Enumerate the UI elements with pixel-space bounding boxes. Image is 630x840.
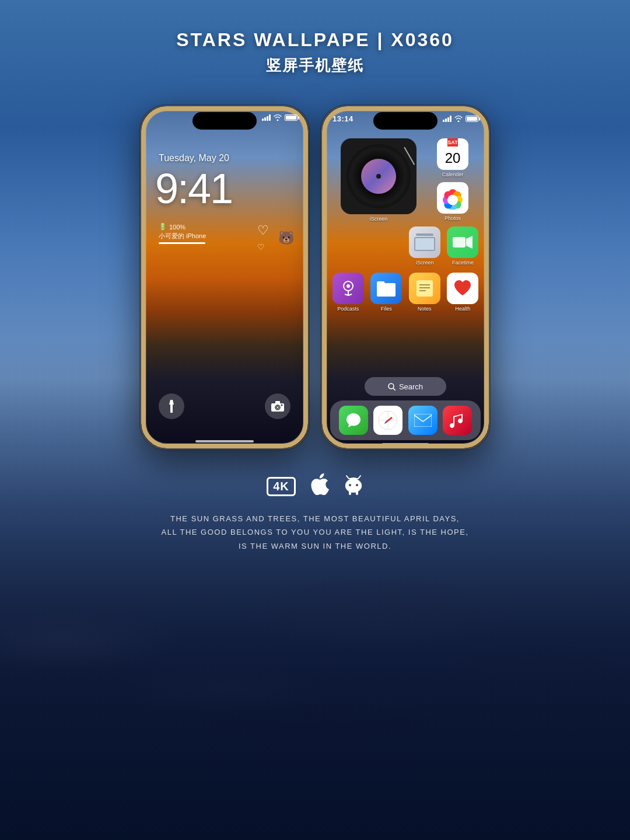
home-indicator-left <box>195 440 254 442</box>
health-label: Health <box>455 306 470 312</box>
photos-icon <box>437 182 468 214</box>
health-app[interactable]: Health <box>445 273 480 312</box>
files-app[interactable]: Files <box>369 273 404 312</box>
svg-rect-37 <box>359 483 362 488</box>
footer-line3: IS THE WARM SUN IN THE WORLD. <box>23 539 607 553</box>
svg-rect-14 <box>453 237 466 248</box>
search-label: Search <box>399 382 423 391</box>
calendar-app[interactable]: SAT 20 Calender <box>435 138 470 177</box>
status-icons-left <box>262 114 298 121</box>
svg-point-13 <box>447 195 458 205</box>
safari-dock-app[interactable] <box>373 406 402 435</box>
dock <box>330 400 481 440</box>
vinyl-center <box>361 159 396 194</box>
footer-text: THE SUN GRASS AND TREES, THE MOST BEAUTI… <box>23 512 607 553</box>
vinyl-center-dot <box>376 174 381 179</box>
right-col: SAT 20 Calender <box>435 138 470 221</box>
heart-widget: ♡♡ <box>257 223 269 253</box>
facetime-app[interactable]: Facetime <box>446 226 480 266</box>
files-icon <box>370 273 402 304</box>
music-dock-app[interactable] <box>443 406 472 435</box>
calendar-label: Calender <box>442 172 464 177</box>
signal-icon-right <box>443 116 452 122</box>
power-button <box>309 176 309 208</box>
music-widget-app[interactable]: iScreen <box>341 138 416 222</box>
icons-row-2: iScreen Facetime <box>329 226 482 266</box>
footer-line2: ALL THE GOOD BELONGS TO YOU YOU ARE THE … <box>23 525 607 539</box>
android-icon <box>344 474 363 500</box>
svg-rect-36 <box>345 483 348 488</box>
wifi-icon-right <box>454 116 463 122</box>
iscreen-app[interactable]: iScreen <box>408 226 442 266</box>
volume-down-button <box>140 188 141 205</box>
music-widget-label: iScreen <box>370 216 388 222</box>
home-indicator-right <box>382 443 429 445</box>
flashlight-button[interactable] <box>159 393 184 419</box>
apple-logo-icon <box>310 473 329 500</box>
lock-time: 9:41 <box>155 165 232 212</box>
svg-point-4 <box>281 405 283 406</box>
svg-rect-39 <box>356 490 358 495</box>
lock-battery-info: 🔋 100% 小可爱的 iPhone <box>159 223 206 244</box>
svg-rect-21 <box>416 280 433 297</box>
volume-down-button-right <box>321 188 321 205</box>
bottom-section: 4K THE SUN GRASS AND TREES, THE M <box>0 461 630 570</box>
iscreen-label: iScreen <box>416 260 434 266</box>
photos-app[interactable]: Photos <box>435 182 470 221</box>
battery-percent-label: 100% <box>169 224 186 231</box>
bear-widget: 🐻 <box>278 231 294 246</box>
badges-row: 4K <box>23 473 607 500</box>
icons-row-3: Podcasts Files <box>329 273 482 312</box>
lock-date: Tuesday, May 20 <box>159 153 229 163</box>
icons-row-1: iScreen SAT 20 Calender <box>329 138 482 222</box>
cal-date: 20 <box>445 147 461 170</box>
title-sub: 竖屏手机壁纸 <box>0 55 630 76</box>
lock-bottom-controls <box>141 393 308 419</box>
facetime-label: Facetime <box>452 260 474 266</box>
battery-icon-right <box>466 116 478 122</box>
home-time: 13:14 <box>332 114 354 123</box>
svg-rect-34 <box>414 414 432 427</box>
camera-button[interactable] <box>265 393 290 419</box>
svg-point-41 <box>356 484 358 486</box>
battery-icon-left <box>285 114 298 121</box>
cal-header: SAT <box>447 138 457 147</box>
signal-icon <box>262 114 271 121</box>
vinyl <box>346 144 411 208</box>
battery-icon-small: 🔋 <box>159 223 167 231</box>
calendar-icon: SAT 20 <box>437 138 468 170</box>
search-bar[interactable]: Search <box>365 377 446 396</box>
mail-dock-app[interactable] <box>408 406 438 435</box>
svg-rect-38 <box>349 490 351 495</box>
iscreen-icon <box>409 226 440 258</box>
health-icon <box>447 273 478 304</box>
title-main: STARS WALLPAPE | X0360 <box>0 29 630 51</box>
lock-widgets: ♡♡ 🐻 <box>257 223 294 253</box>
status-icons-right <box>443 116 478 122</box>
volume-up-button <box>140 165 141 182</box>
svg-marker-15 <box>466 236 473 249</box>
device-name-label: 小可爱的 iPhone <box>159 232 206 241</box>
dynamic-island-right <box>373 112 438 130</box>
svg-point-17 <box>346 284 350 288</box>
home-screen-phone: 13:14 <box>321 105 490 449</box>
lock-screen-phone: Tuesday, May 20 9:41 🔋 100% 小可爱的 iPhone … <box>140 105 309 449</box>
volume-up-button-right <box>321 165 321 182</box>
svg-point-35 <box>345 479 362 493</box>
wifi-icon <box>274 114 282 121</box>
notes-app[interactable]: Notes <box>407 273 442 312</box>
messages-dock-app[interactable] <box>339 406 368 435</box>
phones-container: Tuesday, May 20 9:41 🔋 100% 小可爱的 iPhone … <box>0 93 630 461</box>
svg-rect-3 <box>275 401 280 404</box>
notes-label: Notes <box>418 306 432 312</box>
podcasts-icon <box>332 273 364 304</box>
home-icons-grid: iScreen SAT 20 Calender <box>329 138 482 316</box>
podcasts-app[interactable]: Podcasts <box>331 273 366 312</box>
svg-line-26 <box>393 388 396 391</box>
vinyl-needle <box>404 147 415 165</box>
dynamic-island-left <box>192 112 257 130</box>
power-button-right <box>489 176 490 208</box>
podcasts-label: Podcasts <box>337 306 359 312</box>
facetime-icon <box>447 226 478 258</box>
badge-4k: 4K <box>267 477 296 496</box>
